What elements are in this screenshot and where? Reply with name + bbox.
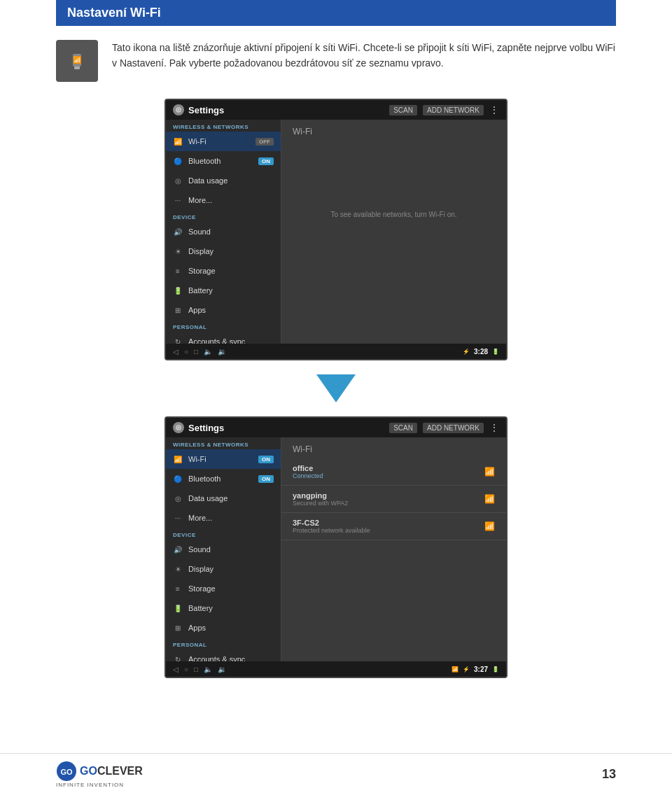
settings-gear-icon2 [173,422,184,433]
more-label2: More... [188,514,274,522]
more-label: More... [188,196,274,204]
titlebar-left2: Settings [173,422,224,433]
sidebar-more2[interactable]: ··· More... [166,508,281,528]
sidebar-bluetooth[interactable]: 🔵 Bluetooth ON [166,151,281,171]
wifi-toggle-on2[interactable]: ON [258,456,274,463]
apps-label: Apps [188,306,274,314]
screenshots-wrapper: Settings SCAN ADD NETWORK ⋮ WIRELESS & N… [56,99,616,678]
more-options-icon2[interactable]: ⋮ [489,422,499,433]
sidebar-display2[interactable]: ☀ Display [166,559,281,579]
logo-clever: CLEVER [97,765,143,778]
battery-icon2: 🔋 [173,603,183,613]
usb-icon2: ⚡ [463,666,470,673]
page-footer: GO GO CLEVER INFINITE INVENTION 13 [0,753,672,788]
sidebar-display[interactable]: ☀ Display [166,241,281,261]
volume-down-button2[interactable]: 🔈 [204,666,212,673]
sound-icon: 🔊 [173,227,183,237]
display-icon2: ☀ [173,564,183,574]
sidebar-wifi[interactable]: 📶 Wi-Fi OFF [166,132,281,151]
battery-label: Battery [188,286,274,295]
more-icon: ··· [173,195,183,205]
sidebar-storage[interactable]: ≡ Storage [166,261,281,281]
titlebar-title1: Settings [188,105,224,115]
sound-label: Sound [188,227,274,236]
titlebar-right1: SCAN ADD NETWORK ⋮ [389,104,499,115]
page-header: Nastavení Wi-Fi [56,0,616,26]
status-nav1: ◁ ○ □ 🔈 🔉 [173,348,226,356]
recents-button2[interactable]: □ [194,666,198,673]
network-status-3fcs2: Protected network available [293,527,370,534]
accounts-label: Accounts & sync [188,337,274,344]
svg-point-4 [178,109,180,111]
logo-tagline: INFINITE INVENTION [56,782,124,788]
sidebar-bluetooth2[interactable]: 🔵 Bluetooth ON [166,469,281,488]
display-label2: Display [188,565,274,573]
svg-text:📶: 📶 [73,55,82,64]
sound-label2: Sound [188,545,274,554]
home-button1[interactable]: ○ [184,348,188,356]
scan-button2[interactable]: SCAN [389,423,417,433]
bluetooth-label2: Bluetooth [188,474,253,483]
device-section-label: DEVICE [166,210,281,222]
volume-down-button1[interactable]: 🔈 [204,348,212,356]
data-usage-icon: ◎ [173,176,183,185]
wifi-main-panel2: Wi-Fi office Connected 📶 yangping [281,437,506,661]
wifi-label2: Wi-Fi [188,455,253,463]
gear-svg [174,106,183,114]
wireless-section-label: WIRELESS & NETWORKS [166,120,281,132]
sidebar-sound2[interactable]: 🔊 Sound [166,540,281,559]
back-button2[interactable]: ◁ [173,666,178,673]
sidebar-storage2[interactable]: ≡ Storage [166,579,281,598]
settings-sidebar2: WIRELESS & NETWORKS 📶 Wi-Fi ON 🔵 Bluetoo… [166,437,281,661]
battery-label2: Battery [188,604,274,612]
add-network-button2[interactable]: ADD NETWORK [423,423,484,433]
network-name-office: office [293,464,323,472]
wifi-signal-office: 📶 [484,467,495,477]
home-button2[interactable]: ○ [184,666,188,673]
status-time2: 3:27 [474,666,488,673]
wifi-label: Wi-Fi [188,137,250,146]
personal-section-label2: PERSONAL [166,638,281,649]
network-name-yangping: yangping [293,491,348,500]
settings-gear-icon [173,104,184,115]
intro-text-content: Tato ikona na liště znázorňuje aktivní p… [112,42,615,69]
volume-up-button1[interactable]: 🔉 [218,348,226,356]
wifi-signal-icon: 📶 [63,47,91,75]
wifi-icon2: 📶 [173,454,183,464]
sidebar-wifi2[interactable]: 📶 Wi-Fi ON [166,449,281,469]
data-usage-icon2: ◎ [173,493,183,503]
sidebar-data-usage[interactable]: ◎ Data usage [166,171,281,190]
network-office[interactable]: office Connected 📶 [281,458,506,486]
sidebar-apps[interactable]: ⊞ Apps [166,300,281,320]
more-icon2: ··· [173,513,183,523]
sidebar-more[interactable]: ··· More... [166,190,281,210]
data-usage-label: Data usage [188,176,274,185]
volume-up-button2[interactable]: 🔉 [218,666,226,673]
back-button1[interactable]: ◁ [173,348,178,356]
recents-button1[interactable]: □ [194,348,198,356]
scan-button1[interactable]: SCAN [389,105,417,115]
bluetooth-toggle-on2[interactable]: ON [258,475,274,483]
sidebar-accounts2[interactable]: ↻ Accounts & sync [166,649,281,661]
network-yangping[interactable]: yangping Secured with WPA2 📶 [281,486,506,513]
sidebar-battery[interactable]: 🔋 Battery [166,281,281,300]
sidebar-sound[interactable]: 🔊 Sound [166,222,281,241]
sidebar-apps2[interactable]: ⊞ Apps [166,618,281,638]
sidebar-battery2[interactable]: 🔋 Battery [166,598,281,618]
network-3fcs2[interactable]: 3F-CS2 Protected network available 📶 [281,513,506,540]
wifi-toggle-off[interactable]: OFF [255,138,274,146]
sidebar-accounts[interactable]: ↻ Accounts & sync [166,332,281,344]
footer-logo: GO GO CLEVER INFINITE INVENTION [56,761,143,788]
sidebar-data-usage2[interactable]: ◎ Data usage [166,488,281,508]
battery-status-icon2: 🔋 [492,666,499,673]
bluetooth-toggle-on[interactable]: ON [258,157,274,165]
network-info-office: office Connected [293,464,323,479]
svg-point-6 [178,427,180,429]
status-right1: ⚡ 3:28 🔋 [463,348,499,356]
bluetooth-label: Bluetooth [188,157,253,165]
network-info-3fcs2: 3F-CS2 Protected network available [293,519,370,534]
more-options-icon1[interactable]: ⋮ [489,104,499,115]
titlebar-left: Settings [173,104,224,115]
wifi-signal-3fcs2: 📶 [484,521,495,531]
add-network-button1[interactable]: ADD NETWORK [423,105,484,115]
